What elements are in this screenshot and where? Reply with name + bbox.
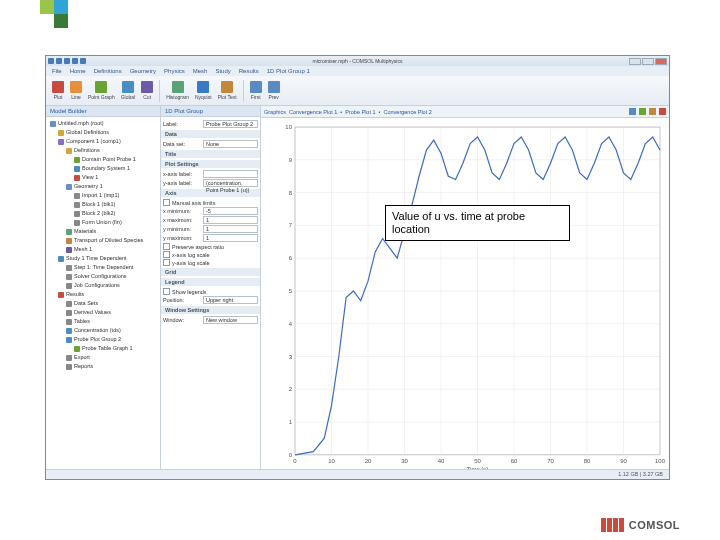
tree-node[interactable]: Untitled.mph (root) <box>48 119 158 128</box>
xmax-field[interactable]: 1 <box>203 216 258 224</box>
label-field[interactable]: Probe Plot Group 2 <box>203 120 258 128</box>
tree-node-icon <box>66 310 72 316</box>
show-legend-checkbox[interactable] <box>163 288 170 295</box>
tree-node[interactable]: Global Definitions <box>48 128 158 137</box>
legend-section: Legend <box>161 278 260 286</box>
menu-results[interactable]: Results <box>239 68 259 74</box>
tree-node[interactable]: Data Sets <box>48 299 158 308</box>
maximize-button[interactable] <box>642 58 654 65</box>
print-icon[interactable] <box>659 108 666 115</box>
ribbon-plot-text[interactable]: Plot Text <box>218 81 237 100</box>
tree-node-icon <box>66 301 72 307</box>
window-label: Window: <box>163 317 203 323</box>
xmin-field[interactable]: -5 <box>203 207 258 215</box>
tree-node[interactable]: Probe Table Graph 1 <box>48 344 158 353</box>
tree-node[interactable]: Export <box>48 353 158 362</box>
ribbon-label: Plot <box>54 94 63 100</box>
plot-area[interactable]: 0123456789100102030405060708090100Time (… <box>265 122 665 475</box>
menu-study[interactable]: Study <box>215 68 230 74</box>
graphics-tab[interactable]: Graphics <box>264 109 286 115</box>
tree-node[interactable]: Probe Plot Group 2 <box>48 335 158 344</box>
tree-node[interactable]: Reports <box>48 362 158 371</box>
probe-plot-tab[interactable]: Probe Plot 1 <box>345 109 375 115</box>
tree-node-icon <box>58 130 64 136</box>
ribbon-prev[interactable]: Prev <box>268 81 280 100</box>
tree-node[interactable]: Domain Point Probe 1 <box>48 155 158 164</box>
tree-node[interactable]: Boundary System 1 <box>48 164 158 173</box>
menu-context[interactable]: 1D Plot Group 1 <box>267 68 310 74</box>
ribbon-histogram[interactable]: Histogram <box>166 81 189 100</box>
xlabel-label: x-axis label: <box>163 171 203 177</box>
tree-node-icon <box>58 256 64 262</box>
tree-node-icon <box>50 121 56 127</box>
menu-physics[interactable]: Physics <box>164 68 185 74</box>
tree-node-label: Probe Table Graph 1 <box>82 345 133 351</box>
tree-node[interactable]: Study 1 Time Dependent <box>48 254 158 263</box>
manual-limits-checkbox[interactable] <box>163 199 170 206</box>
tree-node[interactable]: Mesh 1 <box>48 245 158 254</box>
tree-node[interactable]: Block 2 (blk2) <box>48 209 158 218</box>
minimize-button[interactable] <box>629 58 641 65</box>
tree-node[interactable]: Form Union (fin) <box>48 218 158 227</box>
grid-section: Grid <box>161 268 260 276</box>
logy-checkbox[interactable] <box>163 259 170 266</box>
logx-checkbox[interactable] <box>163 251 170 258</box>
close-button[interactable] <box>655 58 667 65</box>
svg-text:40: 40 <box>438 458 445 464</box>
quick-access-toolbar[interactable] <box>48 58 86 64</box>
ribbon-nyquist[interactable]: Nyquist <box>195 81 212 100</box>
tree-node[interactable]: Step 1: Time Dependent <box>48 263 158 272</box>
tree-node[interactable]: View 1 <box>48 173 158 182</box>
tree-node-label: Concentration (tds) <box>74 327 121 333</box>
legend-pos-select[interactable]: Upper right <box>203 296 258 304</box>
tree-node[interactable]: Geometry 1 <box>48 182 158 191</box>
ribbon-plot[interactable]: Plot <box>52 81 64 100</box>
xlabel-field[interactable] <box>203 170 258 178</box>
logo-text: COMSOL <box>629 519 680 531</box>
ribbon-point-graph[interactable]: Point Graph <box>88 81 115 100</box>
ribbon-global[interactable]: Global <box>121 81 135 100</box>
preserve-aspect-checkbox[interactable] <box>163 243 170 250</box>
image-icon[interactable] <box>649 108 656 115</box>
tree-node-label: Reports <box>74 363 93 369</box>
tree-node[interactable]: Job Configurations <box>48 281 158 290</box>
window-select[interactable]: New window <box>203 316 258 324</box>
ribbon-label: Line <box>71 94 80 100</box>
tree-node[interactable]: Solver Configurations <box>48 272 158 281</box>
menu-mesh[interactable]: Mesh <box>193 68 208 74</box>
ribbon-first[interactable]: First <box>250 81 262 100</box>
tree-node[interactable]: Derived Values <box>48 308 158 317</box>
tree-node[interactable]: Definitions <box>48 146 158 155</box>
tree-node[interactable]: Materials <box>48 227 158 236</box>
menu-geometry[interactable]: Geometry <box>130 68 156 74</box>
menu-definitions[interactable]: Definitions <box>94 68 122 74</box>
dataset-label: Data set: <box>163 141 203 147</box>
zoom-icon[interactable] <box>629 108 636 115</box>
tree-node[interactable]: Component 1 (comp1) <box>48 137 158 146</box>
dataset-select[interactable]: None <box>203 140 258 148</box>
ylabel-field[interactable]: (concentration, Point Probe 1 (u)) <box>203 179 258 187</box>
tree-node-label: Geometry 1 <box>74 183 103 189</box>
tree-node[interactable]: Results <box>48 290 158 299</box>
tree-node[interactable]: Tables <box>48 317 158 326</box>
ymax-field[interactable]: 1 <box>203 234 258 242</box>
ribbon-label: Global <box>121 94 135 100</box>
convergence-tab-1[interactable]: Convergence Plot 1 <box>289 109 337 115</box>
svg-text:4: 4 <box>289 321 293 327</box>
svg-text:10: 10 <box>328 458 335 464</box>
svg-text:1: 1 <box>289 419 293 425</box>
ymin-field[interactable]: 1 <box>203 225 258 233</box>
ribbon-cut[interactable]: Cut <box>141 81 153 100</box>
tree-node[interactable]: Block 1 (blk1) <box>48 200 158 209</box>
ribbon-icon <box>221 81 233 93</box>
tree-node[interactable]: Concentration (tds) <box>48 326 158 335</box>
tree-node[interactable]: Transport of Diluted Species <box>48 236 158 245</box>
model-tree[interactable]: Untitled.mph (root)Global DefinitionsCom… <box>46 117 160 373</box>
svg-text:2: 2 <box>289 386 293 392</box>
convergence-tab-2[interactable]: Convergence Plot 2 <box>383 109 431 115</box>
menu-home[interactable]: Home <box>70 68 86 74</box>
menu-file[interactable]: File <box>52 68 62 74</box>
tree-node[interactable]: Import 1 (imp1) <box>48 191 158 200</box>
ribbon-line[interactable]: Line <box>70 81 82 100</box>
zoom-extents-icon[interactable] <box>639 108 646 115</box>
